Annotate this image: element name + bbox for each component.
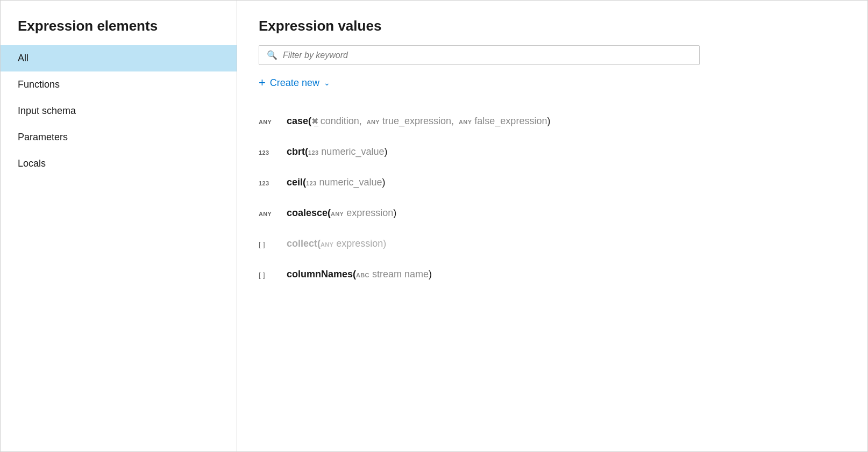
- param-type-num: 123: [308, 149, 318, 156]
- list-item[interactable]: [ ] collect(ANY expression): [259, 228, 846, 259]
- param-type-any: ANY: [321, 241, 333, 248]
- right-panel: Expression values 🔍 + Create new ⌄ ANY c…: [237, 1, 867, 451]
- function-list: ANY case(✖̲ condition, ANY true_expressi…: [259, 106, 846, 290]
- param-name: expression: [346, 207, 393, 218]
- function-signature: collect(ANY expression): [287, 238, 386, 249]
- function-name: case(: [287, 116, 311, 126]
- nav-list: All Functions Input schema Parameters Lo…: [1, 45, 237, 177]
- function-signature: columnNames(abc stream name): [287, 269, 432, 280]
- list-item[interactable]: ANY case(✖̲ condition, ANY true_expressi…: [259, 106, 846, 137]
- param-type-num: 123: [306, 180, 316, 186]
- plus-icon: +: [259, 76, 266, 90]
- param-name: stream name: [372, 269, 429, 279]
- list-item[interactable]: [ ] columnNames(abc stream name): [259, 259, 846, 290]
- function-signature: case(✖̲ condition, ANY true_expression, …: [287, 116, 550, 127]
- search-input[interactable]: [283, 51, 692, 60]
- function-name: cbrt(: [287, 146, 308, 157]
- param-name: numeric_value: [319, 177, 382, 188]
- type-badge-num: 123: [259, 149, 278, 156]
- type-badge-any: ANY: [259, 211, 278, 217]
- param-type-abc: abc: [356, 272, 369, 278]
- list-item[interactable]: 123 cbrt(123 numeric_value): [259, 137, 846, 167]
- param-name: expression: [336, 238, 383, 249]
- param-type-any: ANY: [459, 119, 472, 125]
- function-name: coalesce(: [287, 207, 331, 218]
- case-type-icon: ✖̲: [311, 117, 318, 126]
- function-signature: ceil(123 numeric_value): [287, 177, 385, 188]
- chevron-down-icon: ⌄: [324, 78, 330, 87]
- param-name: true_expression: [382, 116, 451, 126]
- sidebar-item-locals[interactable]: Locals: [1, 150, 237, 177]
- list-item[interactable]: 123 ceil(123 numeric_value): [259, 167, 846, 198]
- list-item[interactable]: ANY coalesce(ANY expression): [259, 198, 846, 228]
- type-badge-any: ANY: [259, 119, 278, 125]
- function-name: ceil(: [287, 177, 306, 188]
- param-name: condition: [321, 116, 359, 126]
- left-panel: Expression elements All Functions Input …: [1, 1, 237, 451]
- param-type-any: ANY: [331, 211, 344, 217]
- main-container: Expression elements All Functions Input …: [0, 0, 868, 452]
- create-new-label: Create new: [270, 77, 319, 89]
- sidebar-item-functions[interactable]: Functions: [1, 71, 237, 98]
- sidebar-item-input-schema[interactable]: Input schema: [1, 98, 237, 124]
- param-name: numeric_value: [321, 146, 384, 157]
- search-box[interactable]: 🔍: [259, 45, 700, 65]
- sidebar-item-parameters[interactable]: Parameters: [1, 124, 237, 150]
- sidebar-item-all[interactable]: All: [1, 45, 237, 71]
- function-name: columnNames(: [287, 269, 356, 279]
- right-panel-title: Expression values: [259, 18, 846, 34]
- type-badge-array: [ ]: [259, 271, 278, 279]
- create-new-button[interactable]: + Create new ⌄: [259, 76, 330, 90]
- param-type-any: ANY: [367, 119, 380, 125]
- function-name: collect(: [287, 238, 321, 249]
- type-badge-array: [ ]: [259, 240, 278, 248]
- param-name: false_expression: [474, 116, 547, 126]
- function-signature: cbrt(123 numeric_value): [287, 146, 387, 157]
- search-icon: 🔍: [267, 50, 278, 60]
- type-badge-num: 123: [259, 180, 278, 186]
- function-signature: coalesce(ANY expression): [287, 207, 396, 219]
- left-panel-title: Expression elements: [1, 1, 237, 45]
